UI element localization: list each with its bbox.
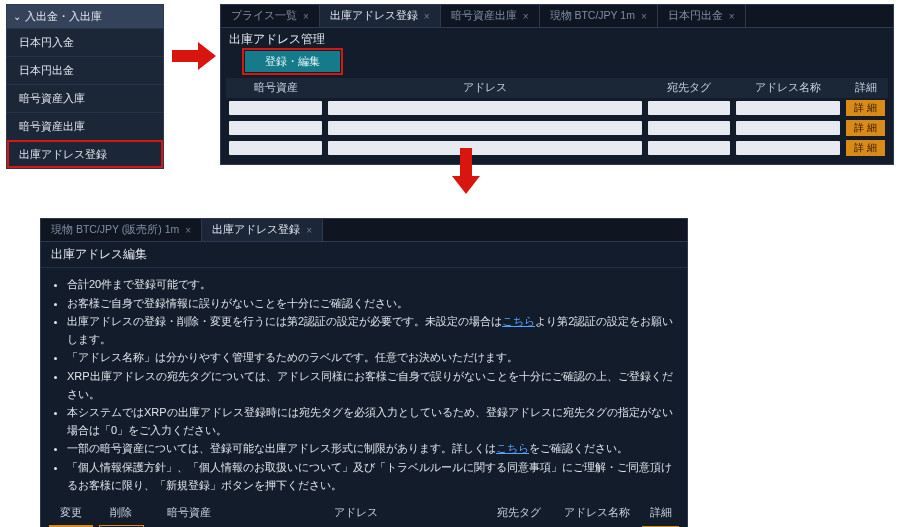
sidebar-item-address-register[interactable]: 出庫アドレス登録 [7, 140, 163, 168]
close-icon[interactable]: × [523, 11, 529, 22]
close-icon[interactable]: × [641, 11, 647, 22]
chevron-down-icon: ⌄ [13, 11, 21, 22]
col-address: アドレス [230, 503, 482, 523]
note-item: 「アドレス名称」は分かりやすく管理するためのラベルです。任意でお決めいただけます… [67, 349, 675, 367]
tab-withdraw-jpy[interactable]: 日本円出金× [658, 5, 746, 27]
col-dest-tag: 宛先タグ [645, 78, 733, 98]
note-item: 出庫アドレスの登録・削除・変更を行うには第2認証の設定が必要です。未設定の場合は… [67, 313, 675, 348]
arrow-down-icon [454, 148, 478, 196]
col-address: アドレス [325, 78, 645, 98]
col-asset: 暗号資産 [226, 78, 325, 98]
col-delete: 削除 [96, 503, 146, 523]
col-asset: 暗号資産 [147, 503, 231, 523]
panel-address-management: プライス一覧× 出庫アドレス登録× 暗号資産出庫× 現物 BTC/JPY 1m×… [220, 4, 894, 165]
col-dest-tag: 宛先タグ [482, 503, 555, 523]
panel-address-edit: 現物 BTC/JPY (販売所) 1m× 出庫アドレス登録× 出庫アドレス編集 … [40, 218, 688, 527]
notes-list: 合計20件まで登録可能です。お客様ご自身で登録情報に誤りがないことを十分にご確認… [41, 268, 687, 503]
panel-title: 出庫アドレス編集 [41, 242, 687, 268]
close-icon[interactable]: × [424, 11, 430, 22]
dest-tag-cell [648, 121, 730, 135]
close-icon[interactable]: × [306, 225, 312, 236]
note-item: XRP出庫アドレスの宛先タグについては、アドレス同様にお客様ご自身で誤りがないこ… [67, 368, 675, 403]
note-item: 一部の暗号資産については、登録可能な出庫アドレス形式に制限があります。詳しくはこ… [67, 440, 675, 458]
note-item: 合計20件まで登録可能です。 [67, 276, 675, 294]
tabbar: 現物 BTC/JPY (販売所) 1m× 出庫アドレス登録× [41, 219, 687, 242]
close-icon[interactable]: × [729, 11, 735, 22]
dest-tag-cell [648, 141, 730, 155]
asset-cell [229, 121, 322, 135]
detail-button[interactable]: 詳 細 [846, 140, 885, 156]
table-row: 詳 細 [226, 118, 888, 138]
asset-cell [229, 141, 322, 155]
detail-button[interactable]: 詳 細 [846, 120, 885, 136]
dest-tag-cell [648, 101, 730, 115]
table-row: 詳 細 [226, 138, 888, 158]
note-link[interactable]: こちら [496, 442, 529, 454]
col-addr-name: アドレス名称 [733, 78, 843, 98]
table-row: 詳 細 [226, 98, 888, 118]
col-change: 変更 [46, 503, 96, 523]
addr-name-cell [736, 141, 840, 155]
arrow-right-icon [172, 44, 216, 68]
col-detail: 詳細 [843, 78, 888, 98]
table-row: 変 更 削 除 詳 細 [46, 523, 682, 527]
sidebar-header-label: 入出金・入出庫 [25, 9, 102, 24]
address-cell [328, 121, 642, 135]
note-item: 「個人情報保護方針」、「個人情報のお取扱いについて」及び「トラベルルールに関する… [67, 459, 675, 494]
tab-crypto-out[interactable]: 暗号資産出庫× [441, 5, 540, 27]
close-icon[interactable]: × [303, 11, 309, 22]
note-item: 本システムではXRPの出庫アドレス登録時には宛先タグを必須入力としているため、登… [67, 404, 675, 439]
sidebar-item-crypto-out[interactable]: 暗号資産出庫 [7, 112, 163, 140]
sidebar-item-crypto-in[interactable]: 暗号資産入庫 [7, 84, 163, 112]
close-icon[interactable]: × [185, 225, 191, 236]
addr-name-cell [736, 121, 840, 135]
asset-cell [229, 101, 322, 115]
address-cell [328, 141, 642, 155]
note-link[interactable]: こちら [502, 315, 535, 327]
address-table: 暗号資産 アドレス 宛先タグ アドレス名称 詳細 詳 細詳 細詳 細 [226, 78, 888, 158]
tab-spot-btcjpy-1m[interactable]: 現物 BTC/JPY 1m× [540, 5, 658, 27]
tab-address-register[interactable]: 出庫アドレス登録× [202, 219, 323, 241]
tab-spot-btcjpy-sales-1m[interactable]: 現物 BTC/JPY (販売所) 1m× [41, 219, 202, 241]
addr-name-cell [736, 101, 840, 115]
sidebar-item-withdraw-jpy[interactable]: 日本円出金 [7, 56, 163, 84]
edit-table: 変更 削除 暗号資産 アドレス 宛先タグ アドレス名称 詳細 変 更 削 除 詳… [46, 503, 682, 527]
tab-address-register[interactable]: 出庫アドレス登録× [320, 5, 441, 27]
address-cell [328, 101, 642, 115]
detail-button[interactable]: 詳 細 [846, 100, 885, 116]
tab-price-list[interactable]: プライス一覧× [221, 5, 320, 27]
sidebar-item-deposit-jpy[interactable]: 日本円入金 [7, 28, 163, 56]
col-addr-name: アドレス名称 [555, 503, 639, 523]
panel-title: 出庫アドレス管理 [221, 28, 893, 51]
tabbar: プライス一覧× 出庫アドレス登録× 暗号資産出庫× 現物 BTC/JPY 1m×… [221, 5, 893, 28]
note-item: お客様ご自身で登録情報に誤りがないことを十分にご確認ください。 [67, 295, 675, 313]
register-edit-button[interactable]: 登録・編集 [245, 51, 340, 72]
col-detail: 詳細 [639, 503, 682, 523]
sidebar: ⌄ 入出金・入出庫 日本円入金 日本円出金 暗号資産入庫 暗号資産出庫 出庫アド… [6, 4, 164, 169]
sidebar-header[interactable]: ⌄ 入出金・入出庫 [7, 5, 163, 28]
